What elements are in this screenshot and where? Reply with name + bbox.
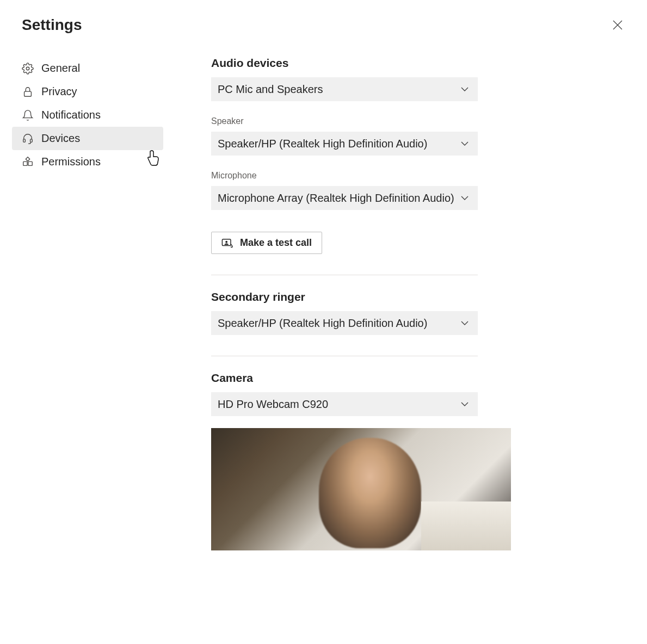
secondary-ringer-dropdown[interactable]: Speaker/HP (Realtek High Definition Audi… [211,311,478,335]
close-button[interactable] [611,18,624,32]
chevron-down-icon [460,139,469,148]
microphone-dropdown[interactable]: Microphone Array (Realtek High Definitio… [211,186,478,210]
svg-rect-3 [24,91,32,96]
sidebar-item-label: Devices [41,132,80,145]
secondary-ringer-title: Secondary ringer [211,290,478,304]
headset-icon [22,133,34,145]
section-divider [211,275,478,275]
dropdown-value: Speaker/HP (Realtek High Definition Audi… [218,138,427,150]
audio-device-dropdown[interactable]: PC Mic and Speakers [211,77,478,101]
sidebar-item-general[interactable]: General [12,57,163,80]
sidebar-item-notifications[interactable]: Notifications [12,103,163,127]
lock-icon [22,86,34,98]
speaker-label: Speaker [211,116,478,126]
sidebar-item-label: Permissions [41,156,101,168]
test-call-icon [221,238,233,249]
dropdown-value: Microphone Array (Realtek High Definitio… [218,192,454,205]
sidebar-item-privacy[interactable]: Privacy [12,80,163,103]
camera-title: Camera [211,371,478,385]
chevron-down-icon [460,319,469,327]
close-icon [611,18,624,32]
svg-rect-5 [30,139,33,141]
main-content: Audio devices PC Mic and Speakers Speake… [163,45,510,550]
button-label: Make a test call [240,237,312,249]
svg-point-2 [26,67,29,70]
svg-rect-6 [23,162,27,165]
sidebar-item-label: Privacy [41,85,77,98]
dropdown-value: PC Mic and Speakers [218,83,323,96]
camera-dropdown[interactable]: HD Pro Webcam C920 [211,392,478,416]
sidebar: General Privacy Notifications Devices [12,45,163,550]
bell-icon [22,109,34,121]
sidebar-item-devices[interactable]: Devices [12,127,163,150]
speaker-dropdown[interactable]: Speaker/HP (Realtek High Definition Audi… [211,132,478,156]
chevron-down-icon [460,85,469,94]
chevron-down-icon [460,194,469,202]
page-title: Settings [22,16,82,34]
dropdown-value: HD Pro Webcam C920 [218,398,328,411]
chevron-down-icon [460,400,469,408]
make-test-call-button[interactable]: Make a test call [211,232,322,254]
sidebar-item-label: Notifications [41,109,101,121]
audio-devices-title: Audio devices [211,57,478,70]
sidebar-item-permissions[interactable]: Permissions [12,150,163,174]
gear-icon [22,63,34,75]
svg-rect-7 [28,162,32,165]
camera-preview [211,428,511,550]
sidebar-item-label: General [41,62,80,75]
dropdown-value: Speaker/HP (Realtek High Definition Audi… [218,317,427,330]
section-divider [211,356,478,356]
apps-icon [22,156,34,168]
svg-point-9 [225,240,227,243]
svg-rect-4 [23,139,26,141]
microphone-label: Microphone [211,171,478,181]
dialog-header: Settings [0,0,647,45]
